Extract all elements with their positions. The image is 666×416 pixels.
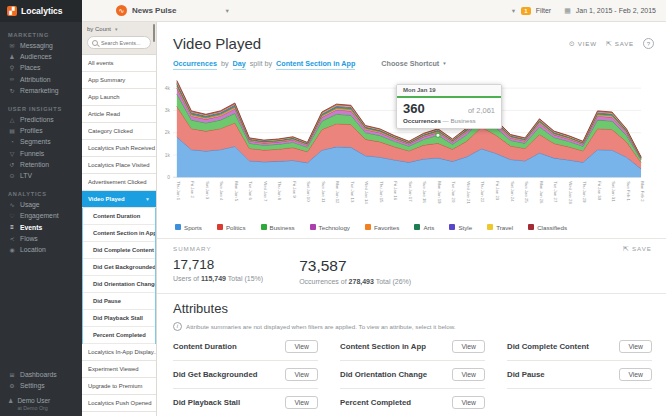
sidebar-item-segments[interactable]: ◔Segments: [0, 136, 82, 147]
event-attr-did-get-backgrounded[interactable]: Did Get Backgrounded: [83, 259, 155, 276]
event-attr-did-orientation-change[interactable]: Did Orientation Change: [83, 276, 155, 293]
choose-shortcut-dropdown[interactable]: Choose Shortcut ▼: [381, 59, 446, 68]
filter-label[interactable]: Filter: [536, 7, 552, 14]
split-value-link[interactable]: Content Section in App: [276, 59, 355, 70]
svg-text:Fri Jan 23: Fri Jan 23: [495, 181, 500, 201]
sidebar-item-dashboards[interactable]: ⊞Dashboards: [0, 369, 82, 380]
chevron-down-icon[interactable]: ▼: [224, 8, 229, 14]
view-button[interactable]: ⊙ VIEW: [569, 40, 597, 48]
legend-item-arts[interactable]: Arts: [414, 224, 434, 231]
event-attr-did-complete-content[interactable]: Did Complete Content: [83, 242, 155, 259]
sort-by-count-dropdown[interactable]: by Count ▼: [87, 26, 151, 32]
sidebar-item-places[interactable]: ⚲Places: [0, 62, 82, 73]
event-attr-content-section-in-app[interactable]: Content Section in App: [83, 225, 155, 242]
event-item-upgrade-to-premium[interactable]: Upgrade to Premium: [82, 378, 156, 395]
sidebar-item-messaging[interactable]: ✉Messaging: [0, 40, 82, 51]
event-item-category-clicked[interactable]: Category Clicked: [82, 123, 156, 140]
view-button-percent-completed[interactable]: View: [452, 396, 485, 409]
sidebar-item-retention[interactable]: ↺Retention: [0, 159, 82, 170]
sidebar-item-remarketing[interactable]: ↻Remarketing: [0, 85, 82, 96]
interval-link[interactable]: Day: [233, 59, 246, 70]
event-item-app-summary[interactable]: App Summary: [82, 72, 156, 89]
legend-item-style[interactable]: Style: [449, 224, 472, 231]
legend-item-politics[interactable]: Politics: [217, 224, 246, 231]
audiences-icon: ♟: [8, 53, 16, 60]
sidebar-item-location[interactable]: ◉Location: [0, 244, 82, 255]
event-attr-did-playback-stall[interactable]: Did Playback Stall: [83, 310, 155, 327]
sidebar-item-profiles[interactable]: ▤Profiles: [0, 125, 82, 136]
sidebar-item-events[interactable]: ≡Events: [0, 221, 82, 232]
sidebar-item-attribution[interactable]: ∞Attribution: [0, 74, 82, 85]
search-input[interactable]: [101, 40, 146, 46]
chart-config-row: Occurrences by Day split by Content Sect…: [173, 59, 652, 70]
attribute-row-content-duration: Content DurationView: [173, 333, 318, 361]
svg-text:1k: 1k: [165, 152, 171, 157]
filter-count-badge: 1: [521, 7, 530, 15]
sidebar-item-funnels[interactable]: ▽Funnels: [0, 148, 82, 159]
event-item-video-played-selected[interactable]: Video Played▼: [82, 191, 156, 208]
attribute-name: Content Section in App: [340, 342, 426, 351]
legend-item-classifieds[interactable]: Classifieds: [528, 224, 567, 231]
legend-item-travel[interactable]: Travel: [487, 224, 513, 231]
svg-text:Wed Jan 14: Wed Jan 14: [364, 181, 369, 204]
svg-text:Sun Jan 11: Sun Jan 11: [321, 181, 326, 203]
svg-text:Mon Jan 12: Mon Jan 12: [335, 181, 340, 204]
tooltip-of-total: of 2,061: [468, 106, 495, 115]
svg-text:Mon Jan 5: Mon Jan 5: [234, 181, 239, 201]
save-button[interactable]: ⇱ SAVE: [606, 40, 634, 48]
events-scrollbar[interactable]: [153, 24, 155, 42]
legend-swatch-icon: [487, 224, 493, 230]
legend-swatch-icon: [175, 224, 181, 230]
app-selector[interactable]: ∿ News Pulse: [116, 5, 176, 16]
view-button-did-orientation-change[interactable]: View: [452, 368, 485, 381]
localytics-logo[interactable]: ▞ Localytics: [0, 0, 82, 22]
metric-link[interactable]: Occurrences: [173, 59, 217, 70]
svg-text:Wed Jan 7: Wed Jan 7: [263, 181, 268, 202]
event-attr-percent-completed[interactable]: Percent Completed: [83, 327, 155, 344]
event-item-localytics-in-app-display[interactable]: Localytics In-App Display...: [82, 344, 156, 361]
sidebar-item-audiences[interactable]: ♟Audiences: [0, 51, 82, 62]
view-button-did-complete-content[interactable]: View: [619, 340, 652, 353]
event-attr-content-duration[interactable]: Content Duration: [83, 208, 155, 225]
event-item-all-events[interactable]: All events: [82, 55, 156, 72]
legend-item-technology[interactable]: Technology: [310, 224, 350, 231]
view-button-content-duration[interactable]: View: [285, 340, 318, 353]
user-profile[interactable]: ♟ Demo User at Demo Org: [0, 391, 82, 411]
sidebar-item-ltv[interactable]: ⊙LTV: [0, 170, 82, 181]
sidebar-item-flows[interactable]: ≺Flows: [0, 233, 82, 244]
event-item-app-launch[interactable]: App Launch: [82, 89, 156, 106]
event-item-localytics-push-opened[interactable]: Localytics Push Opened: [82, 395, 156, 412]
view-button-did-get-backgrounded[interactable]: View: [285, 368, 318, 381]
event-item-experiment-viewed[interactable]: Experiment Viewed: [82, 361, 156, 378]
legend-item-sports[interactable]: Sports: [175, 224, 202, 231]
date-range[interactable]: Jan 1, 2015 - Feb 2, 2015: [576, 7, 656, 14]
help-button[interactable]: ?: [643, 38, 654, 49]
filter-funnel-icon[interactable]: ▼: [511, 8, 516, 14]
view-button-did-playback-stall[interactable]: View: [285, 396, 318, 409]
sidebar-item-predictions[interactable]: △Predictions: [0, 114, 82, 125]
event-item-article-read[interactable]: Article Read: [82, 106, 156, 123]
event-attr-did-pause[interactable]: Did Pause: [83, 293, 155, 310]
legend-item-favorites[interactable]: Favorites: [365, 224, 399, 231]
chart-tooltip: Mon Jan 19 360 of 2,061 Occurrences — Bu…: [396, 84, 502, 129]
view-button-did-pause[interactable]: View: [619, 368, 652, 381]
sidebar-item-engagement[interactable]: ♡Engagement: [0, 210, 82, 221]
legend-item-business[interactable]: Business: [261, 224, 295, 231]
info-icon: i: [173, 322, 182, 331]
calendar-icon[interactable]: ▦: [564, 7, 571, 15]
event-item-localytics-place-visited[interactable]: Localytics Place Visited: [82, 157, 156, 174]
view-button-content-section-in-app[interactable]: View: [452, 340, 485, 353]
sidebar-item-settings[interactable]: ⚙Settings: [0, 380, 82, 391]
sidebar-item-usage[interactable]: ∿Usage: [0, 199, 82, 210]
attribute-row-did-playback-stall: Did Playback StallView: [173, 389, 318, 416]
tooltip-series-name: — Business: [443, 117, 476, 124]
search-icon: [92, 40, 98, 46]
event-item-localytics-push-received[interactable]: Localytics Push Received: [82, 140, 156, 157]
engagement-icon: ♡: [8, 212, 16, 219]
summary-section: SUMMARY ⇱ SAVE 17,718 Users of 115,749 T…: [157, 239, 666, 286]
event-item-advertisement-clicked[interactable]: Advertisement Clicked: [82, 174, 156, 191]
svg-text:Tue Jan 6: Tue Jan 6: [248, 181, 253, 200]
sidebar-item-label: Funnels: [20, 150, 44, 157]
summary-save-button[interactable]: ⇱ SAVE: [623, 245, 652, 253]
legend-label: Politics: [226, 224, 246, 231]
